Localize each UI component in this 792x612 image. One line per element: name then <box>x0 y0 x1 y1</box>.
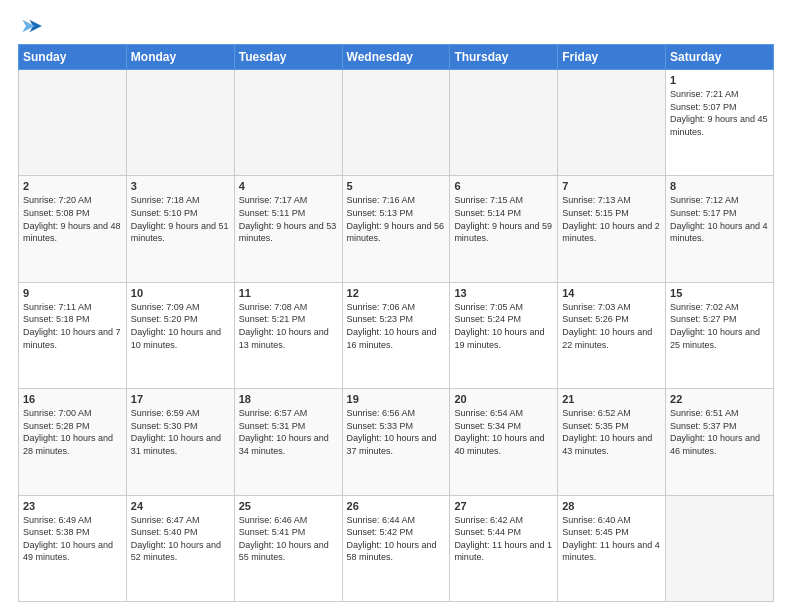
weekday-header-saturday: Saturday <box>666 45 774 70</box>
calendar-week-3: 9Sunrise: 7:11 AM Sunset: 5:18 PM Daylig… <box>19 282 774 388</box>
calendar-cell: 13Sunrise: 7:05 AM Sunset: 5:24 PM Dayli… <box>450 282 558 388</box>
calendar-week-2: 2Sunrise: 7:20 AM Sunset: 5:08 PM Daylig… <box>19 176 774 282</box>
logo <box>18 18 44 34</box>
calendar-cell: 23Sunrise: 6:49 AM Sunset: 5:38 PM Dayli… <box>19 495 127 601</box>
calendar-week-1: 1Sunrise: 7:21 AM Sunset: 5:07 PM Daylig… <box>19 70 774 176</box>
calendar-cell: 28Sunrise: 6:40 AM Sunset: 5:45 PM Dayli… <box>558 495 666 601</box>
day-number: 22 <box>670 393 769 405</box>
day-number: 12 <box>347 287 446 299</box>
day-info: Sunrise: 6:52 AM Sunset: 5:35 PM Dayligh… <box>562 407 661 457</box>
day-number: 7 <box>562 180 661 192</box>
day-number: 1 <box>670 74 769 86</box>
day-info: Sunrise: 7:09 AM Sunset: 5:20 PM Dayligh… <box>131 301 230 351</box>
day-info: Sunrise: 7:17 AM Sunset: 5:11 PM Dayligh… <box>239 194 338 244</box>
day-info: Sunrise: 6:59 AM Sunset: 5:30 PM Dayligh… <box>131 407 230 457</box>
weekday-header-sunday: Sunday <box>19 45 127 70</box>
day-number: 8 <box>670 180 769 192</box>
calendar-cell <box>126 70 234 176</box>
day-number: 19 <box>347 393 446 405</box>
calendar-cell: 21Sunrise: 6:52 AM Sunset: 5:35 PM Dayli… <box>558 389 666 495</box>
weekday-header-friday: Friday <box>558 45 666 70</box>
day-info: Sunrise: 6:46 AM Sunset: 5:41 PM Dayligh… <box>239 514 338 564</box>
calendar-header-row: SundayMondayTuesdayWednesdayThursdayFrid… <box>19 45 774 70</box>
calendar-cell: 20Sunrise: 6:54 AM Sunset: 5:34 PM Dayli… <box>450 389 558 495</box>
day-number: 11 <box>239 287 338 299</box>
day-info: Sunrise: 6:51 AM Sunset: 5:37 PM Dayligh… <box>670 407 769 457</box>
day-info: Sunrise: 6:42 AM Sunset: 5:44 PM Dayligh… <box>454 514 553 564</box>
calendar-cell <box>450 70 558 176</box>
day-number: 23 <box>23 500 122 512</box>
day-number: 21 <box>562 393 661 405</box>
day-info: Sunrise: 6:56 AM Sunset: 5:33 PM Dayligh… <box>347 407 446 457</box>
calendar-week-4: 16Sunrise: 7:00 AM Sunset: 5:28 PM Dayli… <box>19 389 774 495</box>
calendar-cell: 24Sunrise: 6:47 AM Sunset: 5:40 PM Dayli… <box>126 495 234 601</box>
weekday-header-tuesday: Tuesday <box>234 45 342 70</box>
calendar-cell: 10Sunrise: 7:09 AM Sunset: 5:20 PM Dayli… <box>126 282 234 388</box>
logo-icon <box>22 18 44 34</box>
day-info: Sunrise: 6:44 AM Sunset: 5:42 PM Dayligh… <box>347 514 446 564</box>
day-number: 26 <box>347 500 446 512</box>
calendar-cell <box>342 70 450 176</box>
weekday-header-thursday: Thursday <box>450 45 558 70</box>
page: SundayMondayTuesdayWednesdayThursdayFrid… <box>0 0 792 612</box>
day-number: 4 <box>239 180 338 192</box>
day-info: Sunrise: 6:54 AM Sunset: 5:34 PM Dayligh… <box>454 407 553 457</box>
day-info: Sunrise: 7:12 AM Sunset: 5:17 PM Dayligh… <box>670 194 769 244</box>
day-number: 15 <box>670 287 769 299</box>
calendar-cell: 3Sunrise: 7:18 AM Sunset: 5:10 PM Daylig… <box>126 176 234 282</box>
day-number: 28 <box>562 500 661 512</box>
calendar-cell: 18Sunrise: 6:57 AM Sunset: 5:31 PM Dayli… <box>234 389 342 495</box>
day-info: Sunrise: 7:15 AM Sunset: 5:14 PM Dayligh… <box>454 194 553 244</box>
header <box>18 18 774 34</box>
day-number: 16 <box>23 393 122 405</box>
day-info: Sunrise: 7:13 AM Sunset: 5:15 PM Dayligh… <box>562 194 661 244</box>
calendar-cell: 1Sunrise: 7:21 AM Sunset: 5:07 PM Daylig… <box>666 70 774 176</box>
day-number: 2 <box>23 180 122 192</box>
day-number: 5 <box>347 180 446 192</box>
calendar-cell: 17Sunrise: 6:59 AM Sunset: 5:30 PM Dayli… <box>126 389 234 495</box>
calendar-cell: 22Sunrise: 6:51 AM Sunset: 5:37 PM Dayli… <box>666 389 774 495</box>
day-number: 3 <box>131 180 230 192</box>
day-info: Sunrise: 7:05 AM Sunset: 5:24 PM Dayligh… <box>454 301 553 351</box>
day-info: Sunrise: 7:00 AM Sunset: 5:28 PM Dayligh… <box>23 407 122 457</box>
calendar-cell <box>558 70 666 176</box>
calendar-cell <box>234 70 342 176</box>
day-info: Sunrise: 7:11 AM Sunset: 5:18 PM Dayligh… <box>23 301 122 351</box>
day-number: 25 <box>239 500 338 512</box>
day-number: 6 <box>454 180 553 192</box>
calendar-cell: 26Sunrise: 6:44 AM Sunset: 5:42 PM Dayli… <box>342 495 450 601</box>
calendar-cell: 19Sunrise: 6:56 AM Sunset: 5:33 PM Dayli… <box>342 389 450 495</box>
day-number: 10 <box>131 287 230 299</box>
day-info: Sunrise: 6:47 AM Sunset: 5:40 PM Dayligh… <box>131 514 230 564</box>
day-info: Sunrise: 6:49 AM Sunset: 5:38 PM Dayligh… <box>23 514 122 564</box>
day-info: Sunrise: 7:18 AM Sunset: 5:10 PM Dayligh… <box>131 194 230 244</box>
day-info: Sunrise: 7:16 AM Sunset: 5:13 PM Dayligh… <box>347 194 446 244</box>
calendar-week-5: 23Sunrise: 6:49 AM Sunset: 5:38 PM Dayli… <box>19 495 774 601</box>
calendar-cell: 4Sunrise: 7:17 AM Sunset: 5:11 PM Daylig… <box>234 176 342 282</box>
day-number: 27 <box>454 500 553 512</box>
day-info: Sunrise: 6:57 AM Sunset: 5:31 PM Dayligh… <box>239 407 338 457</box>
day-info: Sunrise: 7:02 AM Sunset: 5:27 PM Dayligh… <box>670 301 769 351</box>
calendar-cell: 7Sunrise: 7:13 AM Sunset: 5:15 PM Daylig… <box>558 176 666 282</box>
calendar-cell: 2Sunrise: 7:20 AM Sunset: 5:08 PM Daylig… <box>19 176 127 282</box>
day-info: Sunrise: 7:06 AM Sunset: 5:23 PM Dayligh… <box>347 301 446 351</box>
day-info: Sunrise: 7:03 AM Sunset: 5:26 PM Dayligh… <box>562 301 661 351</box>
calendar-cell <box>19 70 127 176</box>
weekday-header-monday: Monday <box>126 45 234 70</box>
day-number: 14 <box>562 287 661 299</box>
weekday-header-wednesday: Wednesday <box>342 45 450 70</box>
calendar-cell <box>666 495 774 601</box>
day-number: 20 <box>454 393 553 405</box>
day-info: Sunrise: 6:40 AM Sunset: 5:45 PM Dayligh… <box>562 514 661 564</box>
calendar-cell: 12Sunrise: 7:06 AM Sunset: 5:23 PM Dayli… <box>342 282 450 388</box>
day-number: 24 <box>131 500 230 512</box>
calendar-table: SundayMondayTuesdayWednesdayThursdayFrid… <box>18 44 774 602</box>
day-number: 9 <box>23 287 122 299</box>
day-number: 18 <box>239 393 338 405</box>
day-info: Sunrise: 7:20 AM Sunset: 5:08 PM Dayligh… <box>23 194 122 244</box>
calendar-cell: 8Sunrise: 7:12 AM Sunset: 5:17 PM Daylig… <box>666 176 774 282</box>
calendar-cell: 14Sunrise: 7:03 AM Sunset: 5:26 PM Dayli… <box>558 282 666 388</box>
calendar-cell: 5Sunrise: 7:16 AM Sunset: 5:13 PM Daylig… <box>342 176 450 282</box>
day-info: Sunrise: 7:08 AM Sunset: 5:21 PM Dayligh… <box>239 301 338 351</box>
calendar-cell: 25Sunrise: 6:46 AM Sunset: 5:41 PM Dayli… <box>234 495 342 601</box>
